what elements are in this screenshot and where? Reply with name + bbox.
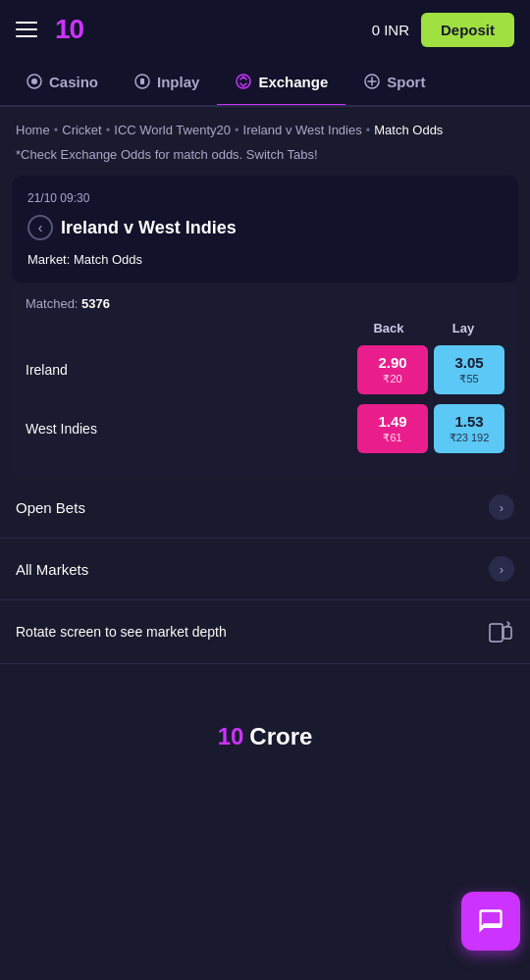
svg-rect-7 — [504, 627, 511, 639]
casino-icon — [26, 73, 43, 90]
westindies-back-button[interactable]: 1.49 ₹61 — [357, 404, 428, 453]
odds-section: Matched: 5376 Back Lay Ireland 2.90 ₹20 … — [12, 283, 518, 477]
team-westindies: West Indies — [26, 421, 357, 437]
tab-exchange-label: Exchange — [258, 74, 328, 90]
sep1: • — [54, 123, 59, 137]
odds-buttons-ireland: 2.90 ₹20 3.05 ₹55 — [357, 345, 504, 394]
header: 10 0 INR Deposit — [0, 0, 530, 59]
back-header: Back — [351, 321, 426, 335]
tab-sport[interactable]: Sport — [345, 59, 443, 107]
westindies-lay-odds: 1.53 — [454, 413, 483, 430]
rotate-row: Rotate screen to see market depth — [0, 600, 530, 664]
header-left: 10 — [16, 14, 83, 45]
westindies-back-stake: ₹61 — [383, 432, 401, 444]
chat-icon — [477, 907, 504, 935]
sport-icon — [363, 73, 381, 90]
tab-casino-label: Casino — [49, 74, 98, 90]
balance-display: 0 INR — [372, 22, 409, 38]
nav-tabs: Casino Inplay Exchange Sport — [0, 59, 530, 107]
breadcrumb: Home • Cricket • ICC World Twenty20 • Ir… — [0, 107, 530, 141]
ireland-back-odds: 2.90 — [378, 354, 406, 371]
tab-casino[interactable]: Casino — [8, 59, 116, 107]
lay-header: Lay — [426, 321, 501, 335]
deposit-button[interactable]: Deposit — [421, 13, 514, 47]
rotate-screen-icon — [487, 618, 514, 645]
tab-sport-label: Sport — [387, 74, 425, 90]
exchange-icon — [235, 73, 252, 90]
breadcrumb-icc[interactable]: ICC World Twenty20 — [114, 123, 231, 137]
westindies-lay-button[interactable]: 1.53 ₹23 192 — [434, 404, 504, 453]
all-markets-label: All Markets — [16, 561, 88, 578]
odds-row-westindies: West Indies 1.49 ₹61 1.53 ₹23 192 — [26, 404, 504, 453]
svg-point-1 — [31, 78, 37, 84]
sep3: • — [235, 123, 239, 137]
chevron-right-icon-1: › — [489, 494, 514, 520]
odds-buttons-westindies: 1.49 ₹61 1.53 ₹23 192 — [357, 404, 504, 453]
sep2: • — [106, 123, 111, 137]
all-markets-item[interactable]: All Markets › — [0, 539, 530, 600]
logo: 10 — [55, 14, 83, 45]
match-title: Ireland v West Indies — [61, 218, 237, 238]
open-bets-item[interactable]: Open Bets › — [0, 477, 530, 539]
open-bets-label: Open Bets — [16, 499, 85, 516]
menu-icon[interactable] — [16, 16, 43, 43]
tab-inplay-label: Inplay — [157, 74, 199, 90]
match-date: 21/10 09:30 — [27, 191, 503, 205]
chat-button[interactable] — [461, 892, 520, 951]
matched-value: 5376 — [81, 296, 110, 311]
match-title-row: ‹ Ireland v West Indies — [27, 215, 503, 240]
rotate-label: Rotate screen to see market depth — [16, 624, 227, 640]
westindies-lay-stake: ₹23 192 — [450, 432, 490, 444]
header-right: 0 INR Deposit — [372, 13, 514, 47]
match-card: 21/10 09:30 ‹ Ireland v West Indies Mark… — [12, 176, 518, 283]
matched-label: Matched: — [26, 296, 78, 311]
ireland-lay-stake: ₹55 — [459, 373, 478, 386]
ireland-lay-odds: 3.05 — [454, 354, 483, 371]
svg-rect-6 — [490, 624, 503, 642]
inplay-icon — [133, 73, 151, 90]
breadcrumb-current: Match Odds — [374, 123, 443, 137]
market-prefix: Market: — [27, 252, 70, 267]
chevron-right-icon-2: › — [489, 556, 514, 582]
notice-text: *Check Exchange Odds for match odds. Swi… — [0, 141, 530, 176]
matched-row: Matched: 5376 — [26, 296, 504, 311]
ireland-back-button[interactable]: 2.90 ₹20 — [357, 345, 428, 394]
breadcrumb-home[interactable]: Home — [16, 123, 50, 137]
ireland-back-stake: ₹20 — [383, 373, 401, 386]
tab-exchange[interactable]: Exchange — [217, 59, 345, 107]
odds-row-ireland: Ireland 2.90 ₹20 3.05 ₹55 — [26, 345, 504, 394]
footer-logo: 10 Crore — [0, 664, 530, 790]
sep4: • — [366, 123, 371, 137]
breadcrumb-match[interactable]: Ireland v West Indies — [243, 123, 362, 137]
footer-logo-number: 10 — [218, 723, 244, 750]
back-arrow-button[interactable]: ‹ — [27, 215, 53, 240]
svg-rect-3 — [140, 78, 144, 84]
tab-inplay[interactable]: Inplay — [116, 59, 217, 107]
breadcrumb-cricket[interactable]: Cricket — [62, 123, 101, 137]
ireland-lay-button[interactable]: 3.05 ₹55 — [434, 345, 504, 394]
westindies-back-odds: 1.49 — [378, 413, 406, 430]
market-name: Match Odds — [74, 252, 142, 267]
footer-logo-text: Crore — [249, 723, 312, 750]
market-label: Market: Match Odds — [27, 252, 503, 267]
team-ireland: Ireland — [26, 362, 357, 378]
odds-header: Back Lay — [26, 321, 504, 335]
